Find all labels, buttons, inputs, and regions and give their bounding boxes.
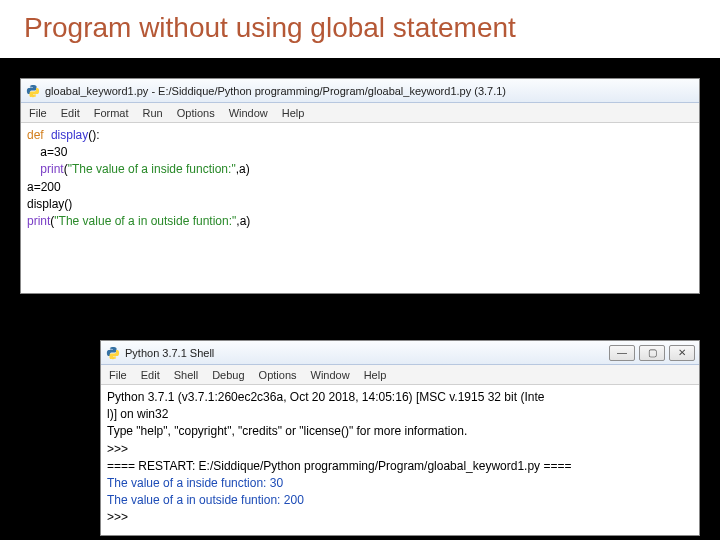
menu-edit[interactable]: Edit [61,107,80,119]
idle-editor-window: gloabal_keyword1.py - E:/Siddique/Python… [20,78,700,294]
fn-name: display [51,128,88,142]
menu-format[interactable]: Format [94,107,129,119]
menu-help[interactable]: Help [364,369,387,381]
python-icon [105,345,121,361]
indent [27,162,40,176]
menu-help[interactable]: Help [282,107,305,119]
editor-titlebar: gloabal_keyword1.py - E:/Siddique/Python… [21,79,699,103]
menu-file[interactable]: File [29,107,47,119]
shell-titlebar: Python 3.7.1 Shell — ▢ ✕ [101,341,699,365]
shell-restart-line: ==== RESTART: E:/Siddique/Python program… [107,459,571,473]
maximize-button[interactable]: ▢ [639,345,665,361]
shell-prompt: >>> [107,442,128,456]
menu-options[interactable]: Options [177,107,215,119]
menu-shell[interactable]: Shell [174,369,198,381]
code-line: display() [27,197,72,211]
shell-line: Type "help", "copyright", "credits" or "… [107,424,467,438]
python-icon [25,83,41,99]
kw-def: def [27,128,44,142]
shell-output-line: The value of a inside function: 30 [107,476,283,490]
shell-line: l)] on win32 [107,407,168,421]
shell-output-area[interactable]: Python 3.7.1 (v3.7.1:260ec2c36a, Oct 20 … [101,385,699,535]
shell-prompt: >>> [107,510,128,524]
menu-run[interactable]: Run [143,107,163,119]
slide-heading: Program without using global statement [0,0,720,58]
shell-output-line: The value of a in outside funtion: 200 [107,493,304,507]
menu-file[interactable]: File [109,369,127,381]
editor-title: gloabal_keyword1.py - E:/Siddique/Python… [45,85,695,97]
menu-debug[interactable]: Debug [212,369,244,381]
minimize-button[interactable]: — [609,345,635,361]
string-literal: "The value of a in outside funtion:" [54,214,236,228]
shell-title: Python 3.7.1 Shell [125,347,609,359]
window-controls: — ▢ ✕ [609,345,695,361]
code-line: a=200 [27,180,61,194]
heading-text: Program without using global statement [24,12,696,44]
paren: ,a) [236,214,250,228]
menu-window[interactable]: Window [311,369,350,381]
builtin-print: print [40,162,63,176]
code-line: a=30 [27,145,67,159]
menu-options[interactable]: Options [259,369,297,381]
idle-shell-window: Python 3.7.1 Shell — ▢ ✕ File Edit Shell… [100,340,700,536]
menu-edit[interactable]: Edit [141,369,160,381]
paren: (): [88,128,99,142]
builtin-print: print [27,214,50,228]
shell-menubar: File Edit Shell Debug Options Window Hel… [101,365,699,385]
menu-window[interactable]: Window [229,107,268,119]
editor-code-area[interactable]: def display(): a=30 print("The value of … [21,123,699,293]
shell-line: Python 3.7.1 (v3.7.1:260ec2c36a, Oct 20 … [107,390,544,404]
close-button[interactable]: ✕ [669,345,695,361]
editor-menubar: File Edit Format Run Options Window Help [21,103,699,123]
paren: ,a) [236,162,250,176]
string-literal: "The value of a inside function:" [68,162,236,176]
